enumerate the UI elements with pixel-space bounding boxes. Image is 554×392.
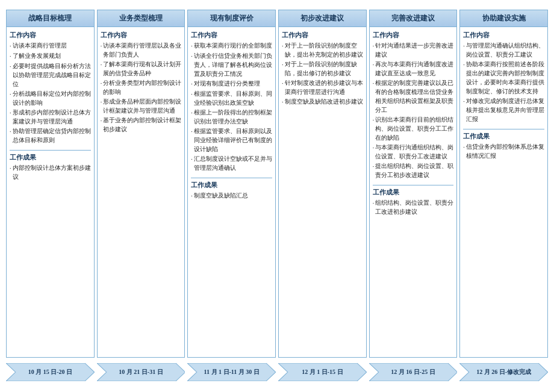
section-col3-0: 工作内容·获取本渠商行现行的全部制度·访谈全行信贷业务相关部门负责人，详细了解各… <box>191 31 272 173</box>
section-title-col3-0: 工作内容 <box>191 31 272 40</box>
list-item: ·内部控制设计总体方案初步建议 <box>10 163 91 181</box>
bullet-icon: · <box>191 155 193 164</box>
timeline-label-col1: 10 月 15 日-20 日 <box>28 368 72 376</box>
section-content-col5-0: ·针对沟通结果进一步完善改进建议·再次与本渠商行沟通制度改进建议直至达成一致意见… <box>373 41 454 179</box>
arrow-shape-col5: 12 月 16 日-25 日 <box>369 363 458 381</box>
list-item: ·形成业务品种层面内部控制设计框架建议并与管理层沟通 <box>101 97 182 115</box>
timeline-label-col2: 10 月 21 日-31 日 <box>119 368 163 376</box>
section-content-col1-1: ·内部控制设计总体方案初步建议 <box>10 163 91 181</box>
list-item: ·根据定的制度完善建议以及已有的合格制度梳理出信贷业务相关组织结构设置框架及职责… <box>373 78 454 114</box>
bullet-icon: · <box>191 52 193 61</box>
bullet-icon: · <box>463 60 465 69</box>
section-col5-0: 工作内容·针对沟通结果进一步完善改进建议·再次与本渠商行沟通制度改进建议直至达成… <box>373 31 454 180</box>
item-text: 对现有制度进行分类整理 <box>194 79 260 88</box>
item-text: 形成业务品种层面内部控制设计框架建议并与管理层沟通 <box>103 97 181 115</box>
list-item: ·对现有制度进行分类整理 <box>191 79 272 89</box>
bullet-icon: · <box>373 162 375 171</box>
section-title-col4-0: 工作内容 <box>282 31 363 40</box>
item-text: 访谈本渠商行管理层以及各业务部门负责人 <box>103 41 181 59</box>
timeline-item-col5: 12 月 16 日-25 日 <box>369 361 458 383</box>
timeline-label-col6: 12 月 26 日-修改完成 <box>476 368 531 376</box>
list-item: ·再次与本渠商行沟通制度改进建议直至达成一致意见 <box>373 60 454 78</box>
timeline-label-col5: 12 月 16 日-25 日 <box>391 368 435 376</box>
bullet-icon: · <box>101 98 102 107</box>
arrow-shape-col1: 10 月 15 日-20 日 <box>6 363 95 381</box>
item-text: 根据上一阶段得出的控制框架识别出管理办法空缺 <box>194 108 272 126</box>
list-item: ·制度空缺及缺陷汇总 <box>191 191 272 201</box>
bullet-icon: · <box>191 90 193 99</box>
column-header-col3: 现有制度评价 <box>188 10 275 27</box>
bullet-icon: · <box>463 143 465 152</box>
list-item: ·对于上一阶段识别的制度空缺，提出补充制定的初步建议 <box>282 41 363 59</box>
column-col5: 完善改进建议工作内容·针对沟通结果进一步完善改进建议·再次与本渠商行沟通制度改进… <box>369 10 458 358</box>
bullet-icon: · <box>101 116 102 125</box>
item-text: 信贷业务内部控制体系总体复核情况汇报 <box>466 142 544 160</box>
column-header-col6: 协助建设实施 <box>460 10 547 27</box>
list-item: ·汇总制度设计空缺或不足并与管理层沟通确认 <box>191 154 272 172</box>
item-text: 与管理层沟通确认组织结构、岗位设置、职责分工建议 <box>466 41 544 59</box>
bullet-icon: · <box>10 52 11 61</box>
list-item: ·识别出本渠商行目前的组织结构、岗位设置、职责分工工作在的缺陷 <box>373 115 454 142</box>
item-text: 协助本渠商行按照前述各阶段提出的建议完善内部控制制度设计，必要时向本渠商行提供制… <box>466 60 544 96</box>
timeline-label-col3: 11 月 1 日-11 月 30 日 <box>204 368 260 376</box>
item-text: 形成初步内部控制设计总体方案建议并与管理层沟通 <box>13 108 91 126</box>
item-text: 制度空缺及缺陷汇总 <box>194 191 248 200</box>
column-body-col6: 工作内容·与管理层沟通确认组织结构、岗位设置、职责分工建议·协助本渠商行按照前述… <box>460 27 547 357</box>
list-item: ·了解业务发展规划 <box>10 51 91 61</box>
list-item: ·与本渠商行沟通组织结构、岗位设置、职责分工改进建议 <box>373 143 454 161</box>
item-text: 了解本渠商行现有以及计划开展的信贷业务品种 <box>103 60 181 78</box>
item-text: 组织结构、岗位设置、职责分工改进初步建议 <box>375 198 453 216</box>
bullet-icon: · <box>10 108 11 117</box>
section-title-col5-0: 工作内容 <box>373 31 454 40</box>
section-col6-0: 工作内容·与管理层沟通确认组织结构、岗位设置、职责分工建议·协助本渠商行按照前述… <box>463 31 544 124</box>
list-item: ·获取本渠商行现行的全部制度 <box>191 41 272 51</box>
section-content-col6-1: ·信贷业务内部控制体系总体复核情况汇报 <box>463 142 544 160</box>
bullet-icon: · <box>373 60 375 69</box>
arrow-shape-col3: 11 月 1 日-11 月 30 日 <box>187 363 276 381</box>
item-text: 根据监管要求、目标原则以及同业经验详细评价已有制度的设计缺陷 <box>194 126 272 154</box>
section-col1-0: 工作内容·访谈本渠商行管理层·了解业务发展规划·必要时提供战略目标分析方法以协助… <box>10 31 91 145</box>
column-body-col3: 工作内容·获取本渠商行现行的全部制度·访谈全行信贷业务相关部门负责人，详细了解各… <box>188 27 275 357</box>
section-title-col5-1: 工作成果 <box>373 188 454 197</box>
arrow-shape-col4: 12 月 1 日-15 日 <box>278 363 367 381</box>
section-content-col3-1: ·制度空缺及缺陷汇总 <box>191 191 272 201</box>
timeline-row: 10 月 15 日-20 日10 月 21 日-31 日11 月 1 日-11 … <box>6 361 548 383</box>
item-text: 根据监管要求、目标原则、同业经验识别出政策空缺 <box>194 89 272 107</box>
column-col4: 初步改进建议工作内容·对于上一阶段识别的制度空缺，提出补充制定的初步建议·对于上… <box>278 10 367 358</box>
list-item: ·制度空缺及缺陷改进初步建议 <box>282 97 363 107</box>
column-body-col1: 工作内容·访谈本渠商行管理层·了解业务发展规划·必要时提供战略目标分析方法以协助… <box>7 27 94 357</box>
item-text: 分析业务类型对内部控制设计的影响 <box>103 78 181 96</box>
list-item: ·根据监管要求、目标原则以及同业经验详细评价已有制度的设计缺陷 <box>191 126 272 154</box>
list-item: ·对修改完成的制度进行总体复核并提出复核意见并向管理层汇报 <box>463 96 544 123</box>
list-item: ·访谈全行信贷业务相关部门负责人，详细了解各机构岗位设置及职责分工情况 <box>191 51 272 78</box>
column-header-col5: 完善改进建议 <box>370 10 457 27</box>
columns-row: 战略目标梳理工作内容·访谈本渠商行管理层·了解业务发展规划·必要时提供战略目标分… <box>6 10 548 358</box>
bullet-icon: · <box>191 127 193 136</box>
item-text: 提出组织结构、岗位设置、职责分工初步改进建议 <box>375 161 453 179</box>
bullet-icon: · <box>282 98 284 107</box>
list-item: ·组织结构、岗位设置、职责分工改进初步建议 <box>373 198 454 216</box>
item-text: 针对沟通结果进一步完善改进建议 <box>375 41 453 59</box>
column-col3: 现有制度评价工作内容·获取本渠商行现行的全部制度·访谈全行信贷业务相关部门负责人… <box>187 10 276 358</box>
timeline-item-col2: 10 月 21 日-31 日 <box>97 361 185 383</box>
bullet-icon: · <box>373 42 375 51</box>
bullet-icon: · <box>10 127 11 136</box>
bullet-icon: · <box>373 199 375 208</box>
bullet-icon: · <box>282 60 284 69</box>
list-item: ·针对制度改进的初步建议与本渠商行管理层进行沟通 <box>282 78 363 96</box>
timeline-item-col1: 10 月 15 日-20 日 <box>6 361 95 383</box>
section-content-col1-0: ·访谈本渠商行管理层·了解业务发展规划·必要时提供战略目标分析方法以协助管理层完… <box>10 41 91 145</box>
section-content-col3-0: ·获取本渠商行现行的全部制度·访谈全行信贷业务相关部门负责人，详细了解各机构岗位… <box>191 41 272 172</box>
bullet-icon: · <box>373 116 375 125</box>
item-text: 与本渠商行沟通组织结构、岗位设置、职责分工改进建议 <box>375 143 453 161</box>
column-col6: 协助建设实施工作内容·与管理层沟通确认组织结构、岗位设置、职责分工建议·协助本渠… <box>459 10 548 358</box>
item-text: 访谈本渠商行管理层 <box>13 41 67 50</box>
section-content-col5-1: ·组织结构、岗位设置、职责分工改进初步建议 <box>373 198 454 216</box>
item-text: 识别出本渠商行目前的组织结构、岗位设置、职责分工工作在的缺陷 <box>375 115 453 142</box>
list-item: ·分析战略目标定位对内部控制设计的影响 <box>10 89 91 107</box>
timeline-item-col3: 11 月 1 日-11 月 30 日 <box>187 361 276 383</box>
list-item: ·提出组织结构、岗位设置、职责分工初步改进建议 <box>373 161 454 179</box>
item-text: 对修改完成的制度进行总体复核并提出复核意见并向管理层汇报 <box>466 96 544 123</box>
arrow-shape-col6: 12 月 26 日-修改完成 <box>459 363 548 381</box>
column-col1: 战略目标梳理工作内容·访谈本渠商行管理层·了解业务发展规划·必要时提供战略目标分… <box>6 10 95 358</box>
